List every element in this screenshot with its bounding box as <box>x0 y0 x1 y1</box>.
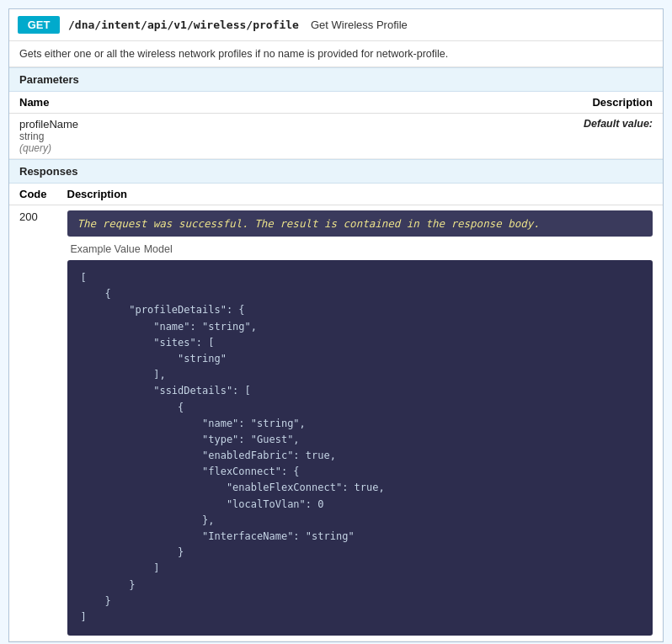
param-row: profileName string (query) Default value… <box>9 114 663 159</box>
endpoint-title: Get Wireless Profile <box>311 19 408 31</box>
api-description: Gets either one or all the wireless netw… <box>9 41 663 67</box>
response-message: The request was successful. The result i… <box>67 210 653 237</box>
code-block: [ { "profileDetails": { "name": "string"… <box>67 260 653 636</box>
param-location: (query) <box>19 142 307 154</box>
response-row: 200 The request was successful. The resu… <box>9 205 663 641</box>
col-name-header: Name <box>9 92 317 114</box>
example-model-label: Model <box>144 243 173 255</box>
col-description-header-resp: Description <box>57 184 664 205</box>
api-header-row: GET /dna/intent/api/v1/wireless/profile … <box>9 9 663 41</box>
param-name-cell: profileName string (query) <box>9 114 317 159</box>
endpoint-path: /dna/intent/api/v1/wireless/profile <box>68 19 299 31</box>
col-code-header: Code <box>9 184 57 205</box>
responses-table: Code Description 200 The request was suc… <box>9 184 663 641</box>
example-label: Example ValueModel <box>67 243 653 255</box>
col-description-header: Description <box>317 92 663 114</box>
response-code: 200 <box>9 205 57 641</box>
parameters-section-header: Parameters <box>9 67 663 92</box>
responses-section-header: Responses <box>9 159 663 184</box>
example-value-label: Example Value <box>71 243 141 255</box>
method-badge: GET <box>18 16 60 34</box>
param-default-cell: Default value: <box>317 114 663 159</box>
parameters-table: Name Description profileName string (que… <box>9 92 663 159</box>
param-name: profileName <box>19 118 307 130</box>
response-description-cell: The request was successful. The result i… <box>57 205 664 641</box>
api-doc-container: GET /dna/intent/api/v1/wireless/profile … <box>8 8 664 642</box>
param-type: string <box>19 130 307 142</box>
